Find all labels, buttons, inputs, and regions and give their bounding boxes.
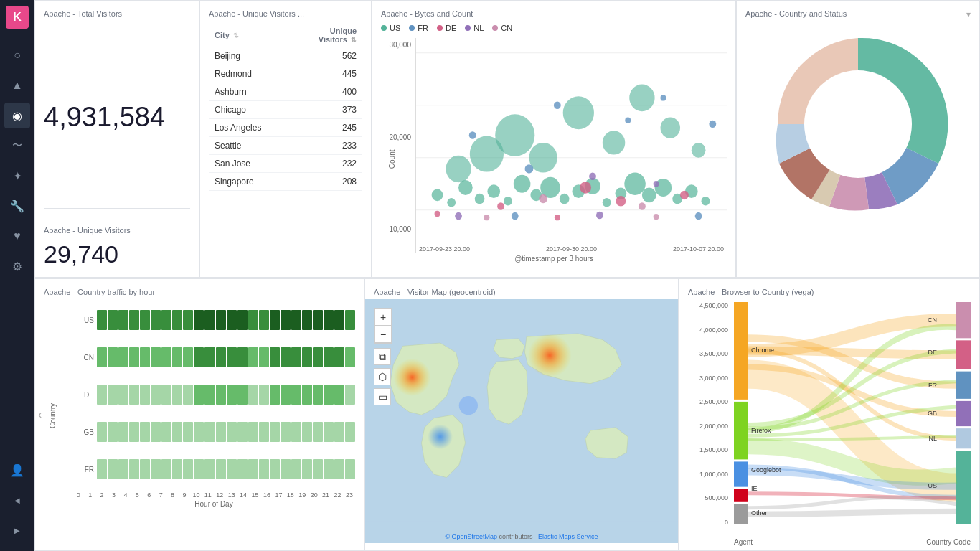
svg-point-50 [512,212,519,220]
svg-point-13 [560,194,570,204]
svg-point-36 [469,131,476,138]
sidebar-item-monitoring[interactable]: ♥ [4,223,30,249]
legend-item: NL [465,24,484,32]
heatmap-cell [313,310,323,330]
heatmap-cell [172,310,182,330]
sidebar-item-timelion[interactable]: 〜 [4,133,30,159]
svg-point-47 [435,211,440,217]
sidebar-item-settings[interactable]: ⚙ [4,253,30,279]
total-visitors-value: 4,931,584 [44,88,190,133]
svg-point-37 [660,95,666,100]
sidebar-item-dashboard[interactable]: ◉ [4,103,30,128]
heatmap-cell [237,422,248,442]
svg-point-43 [589,173,596,180]
donut-chart [758,24,958,225]
heatmap-cell [151,310,161,330]
heatmap-cell [216,385,226,405]
count-y-axis-label: Count [388,150,396,169]
heatmap-cell [204,459,215,479]
heatmap-row: DE [72,385,355,405]
heatmap-cell [183,310,193,330]
heatmap-cell [129,385,139,405]
heatmap-cell [118,459,128,479]
heatmap-cell [237,310,248,330]
unique-visitors-table-title: Apache - Unique Visitors ... [209,9,362,18]
map-rect-button[interactable]: ▭ [374,388,391,405]
heatmap-cell [281,310,291,330]
kibana-logo[interactable]: K [6,6,29,29]
heatmap-cell [118,310,128,330]
heatmap-cell [237,385,248,405]
svg-point-29 [470,136,504,172]
unique-visitors-column-header[interactable]: UniqueVisitors ⇅ [292,24,362,47]
sidebar-item-visualize[interactable]: ▲ [4,72,30,98]
heatmap-cell [194,310,204,330]
map-polygon-button[interactable]: ⬡ [374,368,391,385]
heatmap-cell [194,422,204,442]
heatmap-cell [313,385,323,405]
heatmap-cell [161,385,171,405]
total-visitors-title: Apache - Total Visitors [44,9,190,18]
heatmap-cell [204,310,215,330]
sidebar-item-wrench[interactable]: 🔧 [4,193,30,219]
table-row: Los Angeles245 [209,119,362,137]
legend-dot [381,25,387,31]
heatmap-cell [259,310,269,330]
svg-point-7 [475,194,485,204]
heatmap-cell [334,459,344,479]
map-zoom-in-button[interactable]: + [374,309,392,326]
heatmap-cell [151,459,161,479]
heatmap-cell [97,310,107,330]
svg-point-25 [563,96,594,129]
sidebar-item-user[interactable]: 👤 [4,457,30,483]
sidebar-item-canvas[interactable]: ✦ [4,163,30,189]
heatmap-cell [259,385,269,405]
heatmap-cell [259,422,269,442]
city-column-header[interactable]: City ⇅ [209,24,292,47]
heatmap-cell [108,385,118,405]
svg-text:FR: FR [928,382,937,389]
heatmap-cell [183,459,193,479]
svg-rect-68 [956,340,971,369]
heatmap-cell [140,385,150,405]
svg-point-4 [432,189,443,202]
heatmap-cell [302,422,312,442]
heatmap-cell [248,422,258,442]
chevron-down-icon[interactable]: ▾ [966,9,971,19]
heatmap-cell [227,422,237,442]
svg-text:Chrome: Chrome [751,347,774,354]
heatmap-cell [302,310,312,330]
svg-rect-71 [956,428,971,448]
svg-rect-72 [956,451,971,524]
heatmap-cell [216,459,226,479]
heatmap-cell [324,422,334,442]
sidebar-item-help[interactable]: ▶ [4,517,30,543]
sankey-x-labels: Agent Country Code [734,538,971,546]
heatmap-cell [97,422,107,442]
heatmap-cell [270,385,280,405]
heatmap-cell [259,347,269,367]
legend-dot [409,25,415,31]
svg-point-39 [580,182,591,194]
sidebar-item-discover[interactable]: ○ [4,42,30,68]
heatmap-cell [194,347,204,367]
heatmap-cell [183,385,193,405]
sidebar-item-collapse[interactable]: ◀ [4,487,30,513]
svg-point-38 [709,121,716,128]
heatmap-cell [334,347,344,367]
map-zoom-out-button[interactable]: − [374,326,392,343]
nav-left-arrow[interactable]: ‹ [38,408,42,421]
panel-bytes-count: Apache - Bytes and Count USFRDENLCN 30,0… [372,0,736,278]
legend-item: CN [492,24,512,32]
map-reset-button[interactable]: ⧉ [374,348,391,365]
heatmap-cell [345,310,355,330]
heatmap-cell [108,347,118,367]
hour-of-day-label: Hour of Day [72,500,355,508]
svg-point-34 [625,117,631,123]
heatmap-cell [324,347,334,367]
bytes-count-legend: USFRDENLCN [381,24,727,32]
heatmap-cell [151,385,161,405]
sidebar: K ○ ▲ ◉ 〜 ✦ 🔧 ♥ ⚙ 👤 ◀ ▶ [0,0,34,551]
heatmap-cell [172,459,182,479]
heatmap-cell [302,385,312,405]
